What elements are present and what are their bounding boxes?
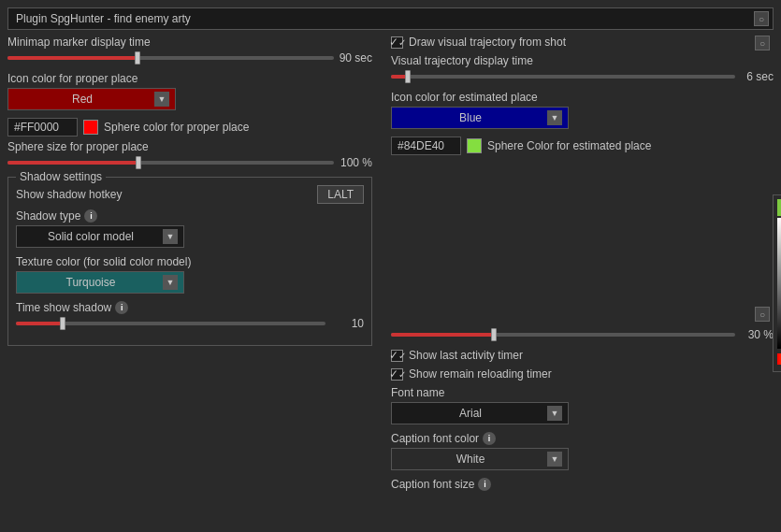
minimap-slider-row: 90 sec — [7, 51, 372, 65]
texture-color-dropdown[interactable]: Turquoise ▼ — [16, 271, 184, 294]
sphere-color-label: Sphere color for proper place — [104, 121, 249, 134]
time-shadow-slider-row: 10 — [16, 317, 364, 330]
hue-bar-svg — [777, 353, 781, 365]
caption-color-dropdown[interactable]: White ▼ — [391, 448, 569, 470]
minimap-slider-thumb[interactable] — [135, 51, 140, 65]
sphere-size-slider-row: 100 % — [7, 156, 372, 169]
shadow-hotkey-button[interactable]: LALT — [317, 185, 364, 204]
caption-size-info-icon[interactable]: i — [478, 478, 491, 491]
time-shadow-slider-track[interactable] — [16, 322, 325, 325]
trajectory-slider-row: 6 sec — [391, 70, 774, 83]
scroll-down-button[interactable]: ○ — [755, 307, 770, 322]
icon-color-label: Icon color for proper place — [7, 72, 372, 85]
sphere-hex-input[interactable]: #FF0000 — [7, 118, 78, 137]
shadow-type-arrow: ▼ — [163, 229, 178, 244]
draw-trajectory-checkbox[interactable]: ✓ — [391, 36, 403, 49]
show-remain-row: ✓ Show remain reloading timer — [391, 367, 774, 381]
trajectory-value: 6 sec — [741, 70, 774, 83]
estimated-color-dropdown[interactable]: Blue ▼ — [391, 107, 569, 129]
estimated-color-arrow: ▼ — [547, 110, 562, 125]
time-shadow-fill — [16, 322, 63, 325]
icon-color-arrow: ▼ — [154, 92, 169, 107]
shadow-type-dropdown[interactable]: Solid color model ▼ — [16, 225, 184, 248]
sphere-estimated-slider-row: 30 % — [391, 328, 774, 341]
texture-color-value: Turquoise — [22, 276, 159, 289]
sphere-size-field: Sphere size for proper place 100 % — [7, 140, 372, 169]
sphere-size-thumb[interactable] — [136, 156, 141, 169]
trajectory-time-label: Visual trajectory display time — [391, 54, 774, 67]
sphere-size-value: 100 % — [340, 156, 372, 169]
trajectory-time-field: Visual trajectory display time 6 sec — [391, 54, 774, 83]
sphere-estimated-row: #84DE40 Sphere Color for estimated place — [391, 137, 774, 155]
color-gradient-svg — [777, 218, 781, 349]
show-remain-checkbox[interactable]: ✓ — [391, 368, 403, 381]
draw-trajectory-label: Draw visual trajectory from shot — [409, 36, 566, 49]
color-picker-popup — [773, 194, 781, 372]
svg-rect-3 — [777, 353, 781, 365]
font-name-value: Arial — [398, 407, 543, 420]
plugin-title-text: Plugin SpgHunter - find enemy arty — [16, 12, 191, 25]
time-shadow-label: Time show shadow i — [16, 301, 364, 314]
font-name-field: Font name Arial ▼ — [391, 386, 774, 424]
icon-color-dropdown[interactable]: Red ▼ — [7, 88, 176, 110]
draw-trajectory-row: ✓ Draw visual trajectory from shot — [391, 36, 774, 49]
caption-color-value: White — [398, 453, 543, 466]
icon-color-value: Red — [14, 93, 151, 106]
font-name-label: Font name — [391, 386, 774, 399]
time-shadow-value: 10 — [331, 317, 364, 330]
sphere-estimated-hex[interactable]: #84DE40 — [391, 137, 461, 155]
sphere-estimated-size-area: 30 % — [391, 328, 774, 341]
caption-size-label: Caption font size i — [391, 478, 774, 491]
collapse-button[interactable]: ○ — [754, 11, 769, 26]
time-shadow-field: Time show shadow i 10 — [16, 301, 364, 330]
caption-color-arrow: ▼ — [547, 452, 562, 467]
sphere-estimated-size-value: 30 % — [741, 328, 774, 341]
minimap-label: Minimap marker display time — [7, 36, 372, 49]
sphere-estimated-slider-track[interactable] — [391, 333, 735, 337]
shadow-type-value: Solid color model — [22, 230, 159, 243]
estimated-color-value: Blue — [398, 111, 543, 124]
show-remain-label: Show remain reloading timer — [409, 367, 552, 381]
trajectory-thumb[interactable] — [405, 70, 411, 83]
shadow-type-field: Shadow type i Solid color model ▼ — [16, 209, 364, 248]
left-column: Minimap marker display time 90 sec Icon … — [7, 36, 382, 494]
trajectory-slider-track[interactable] — [391, 75, 735, 79]
show-last-row: ✓ Show last activity timer — [391, 349, 774, 362]
main-content: Minimap marker display time 90 sec Icon … — [7, 36, 774, 494]
plugin-title-bar: Plugin SpgHunter - find enemy arty ○ — [7, 7, 774, 30]
shadow-hotkey-label: Show shadow hotkey — [16, 188, 122, 201]
texture-color-label: Texture color (for solid color model) — [16, 255, 364, 268]
sphere-size-label: Sphere size for proper place — [7, 140, 372, 153]
font-name-arrow: ▼ — [547, 406, 562, 421]
shadow-section-title: Shadow settings — [16, 170, 106, 183]
main-panel: Plugin SpgHunter - find enemy arty ○ Min… — [0, 0, 781, 501]
show-last-checkbox[interactable]: ✓ — [391, 350, 403, 362]
sphere-estimated-thumb[interactable] — [491, 328, 497, 341]
color-hue-bar[interactable] — [777, 353, 781, 367]
texture-color-arrow: ▼ — [163, 275, 178, 290]
color-bar-green[interactable] — [777, 199, 781, 216]
estimated-color-field: Icon color for estimated place Blue ▼ — [391, 91, 774, 129]
color-gradient-container[interactable] — [777, 218, 781, 352]
shadow-type-info-icon[interactable]: i — [84, 209, 97, 223]
sphere-estimated-label: Sphere Color for estimated place — [487, 139, 651, 152]
shadow-hotkey-row: Show shadow hotkey LALT — [16, 185, 364, 204]
caption-color-info-icon[interactable]: i — [483, 432, 496, 445]
shadow-type-label: Shadow type i — [16, 209, 364, 223]
scroll-up-button[interactable]: ○ — [755, 36, 770, 50]
minimap-slider-fill — [7, 56, 137, 60]
shadow-section: Shadow settings Show shadow hotkey LALT … — [7, 177, 372, 346]
sphere-size-slider-track[interactable] — [7, 161, 334, 165]
sphere-color-swatch — [83, 120, 98, 135]
time-shadow-info-icon[interactable]: i — [115, 301, 128, 314]
time-shadow-thumb[interactable] — [60, 317, 65, 330]
minimap-field: Minimap marker display time 90 sec — [7, 36, 372, 65]
caption-color-label: Caption font color i — [391, 432, 774, 445]
sphere-estimated-fill — [391, 333, 494, 337]
icon-color-field: Icon color for proper place Red ▼ — [7, 72, 372, 110]
minimap-slider-track[interactable] — [7, 56, 334, 60]
svg-rect-2 — [777, 218, 781, 349]
font-name-dropdown[interactable]: Arial ▼ — [391, 402, 569, 424]
right-column: ○ ✓ Draw visual trajectory from shot Vis… — [382, 36, 774, 494]
caption-color-field: Caption font color i White ▼ — [391, 432, 774, 470]
